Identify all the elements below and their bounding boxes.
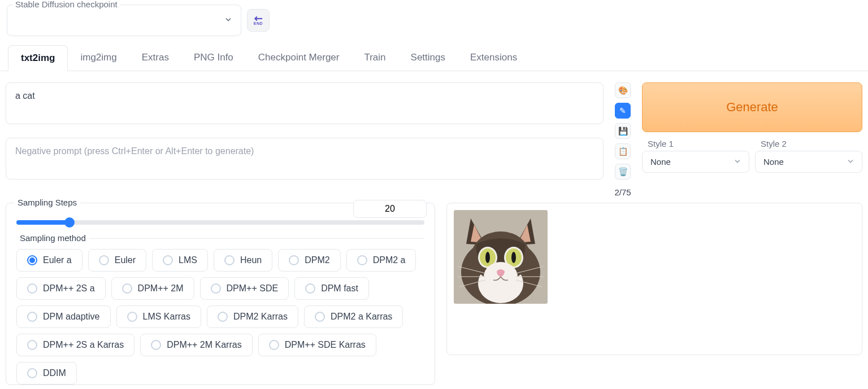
tab-checkpoint-merger[interactable]: Checkpoint Merger — [246, 45, 352, 71]
radio-icon — [357, 255, 367, 265]
negative-prompt-input[interactable] — [6, 138, 604, 180]
sampler-label: DPM++ 2M — [138, 283, 184, 294]
prompt-input[interactable] — [6, 82, 604, 124]
sampler-dpm-sde-karras[interactable]: DPM++ SDE Karras — [258, 334, 376, 356]
output-image[interactable] — [454, 210, 548, 304]
svg-point-15 — [511, 252, 516, 263]
chevron-down-icon — [224, 15, 233, 26]
style2-label: Style 2 — [761, 139, 862, 148]
sampling-steps-input[interactable] — [353, 200, 427, 218]
sampler-label: DPM2 — [305, 255, 329, 265]
checkpoint-label: Stable Diffusion checkpoint — [13, 0, 120, 9]
tab-bar: txt2imgimg2imgExtrasPNG InfoCheckpoint M… — [0, 45, 868, 71]
radio-icon — [315, 312, 325, 322]
chevron-down-icon — [846, 156, 855, 167]
style2-dropdown[interactable]: None — [755, 151, 862, 173]
radio-icon — [99, 255, 109, 265]
sampling-steps-slider[interactable] — [16, 220, 424, 225]
sampler-label: DPM2 Karras — [233, 312, 288, 322]
sampler-lms-karras[interactable]: LMS Karras — [116, 305, 201, 328]
checkpoint-dropdown[interactable]: Stable Diffusion checkpoint — [7, 5, 241, 36]
sampler-label: DPM adaptive — [43, 312, 100, 322]
radio-icon — [269, 340, 279, 350]
sampler-label: DPM2 a Karras — [331, 312, 392, 322]
radio-icon — [289, 255, 299, 265]
svg-point-14 — [485, 252, 490, 263]
token-counter: 2/75 — [614, 187, 631, 197]
sampler-dpm-2s-a-karras[interactable]: DPM++ 2S a Karras — [16, 334, 134, 356]
sampler-label: DPM++ 2M Karras — [167, 340, 241, 350]
tab-png-info[interactable]: PNG Info — [181, 45, 246, 71]
pencil-icon: ✎ — [619, 106, 626, 115]
sampler-label: Heun — [240, 255, 262, 265]
sampler-lms[interactable]: LMS — [152, 249, 208, 272]
trash-icon: 🗑️ — [618, 167, 628, 176]
sampler-dpm2-a[interactable]: DPM2 a — [346, 249, 416, 272]
sampler-heun[interactable]: Heun — [214, 249, 272, 272]
sampler-dpm-sde[interactable]: DPM++ SDE — [200, 277, 289, 300]
chevron-down-icon — [733, 156, 742, 167]
slider-thumb[interactable] — [64, 217, 75, 228]
sampler-dpm-2m-karras[interactable]: DPM++ 2M Karras — [140, 334, 252, 356]
tab-extras[interactable]: Extras — [129, 45, 181, 71]
palette-button[interactable]: 🎨 — [615, 82, 631, 98]
sampler-dpm-2m[interactable]: DPM++ 2M — [111, 277, 194, 300]
clipboard-icon: 📋 — [618, 147, 628, 156]
style1-label: Style 1 — [648, 139, 749, 148]
sampler-dpm-adaptive[interactable]: DPM adaptive — [16, 305, 111, 328]
output-gallery — [446, 203, 862, 355]
sampling-panel: Sampling Steps Sampling method Euler aEu… — [6, 203, 435, 385]
radio-icon — [122, 283, 132, 294]
sampler-label: LMS Karras — [143, 312, 190, 322]
reload-checkpoint-button[interactable]: END — [247, 9, 270, 32]
palette-icon: 🎨 — [618, 86, 628, 95]
sampler-label: Euler — [115, 255, 136, 265]
radio-icon — [151, 340, 161, 350]
radio-icon — [305, 283, 315, 294]
sampler-label: DPM fast — [321, 283, 358, 294]
sampling-steps-label: Sampling Steps — [14, 198, 80, 207]
radio-icon — [27, 255, 37, 265]
radio-icon — [27, 340, 37, 350]
radio-icon — [163, 255, 173, 265]
sampling-method-label: Sampling method — [16, 233, 89, 243]
sampler-euler[interactable]: Euler — [88, 249, 146, 272]
sampler-euler-a[interactable]: Euler a — [16, 249, 83, 272]
sampler-label: Euler a — [43, 255, 72, 265]
radio-icon — [27, 368, 37, 378]
save-button[interactable]: 💾 — [615, 123, 631, 139]
radio-icon — [127, 312, 137, 322]
generate-button[interactable]: Generate — [642, 82, 862, 132]
tab-settings[interactable]: Settings — [398, 45, 458, 71]
radio-icon — [218, 312, 228, 322]
sampler-ddim[interactable]: DDIM — [16, 362, 77, 384]
style1-dropdown[interactable]: None — [642, 151, 749, 173]
back-end-icon: END — [253, 16, 263, 25]
sampler-label: DPM++ 2S a Karras — [43, 340, 124, 350]
save-icon: 💾 — [618, 126, 628, 136]
interrogate-button[interactable]: ✎ — [615, 103, 631, 119]
sampler-dpm2-karras[interactable]: DPM2 Karras — [207, 305, 298, 328]
radio-icon — [27, 283, 37, 294]
sampler-label: DPM2 a — [373, 255, 406, 265]
sampler-dpm-2s-a[interactable]: DPM++ 2S a — [16, 277, 106, 300]
clipboard-button[interactable]: 📋 — [615, 143, 631, 159]
sampler-dpm2-a-karras[interactable]: DPM2 a Karras — [304, 305, 403, 328]
sampler-label: DPM++ SDE — [227, 283, 279, 294]
sampler-label: DPM++ 2S a — [43, 283, 95, 294]
sampler-label: DPM++ SDE Karras — [285, 340, 366, 350]
style2-value: None — [763, 157, 784, 167]
tab-img2img[interactable]: img2img — [68, 45, 129, 71]
radio-icon — [224, 255, 235, 265]
style1-value: None — [650, 157, 671, 167]
sampler-dpm-fast[interactable]: DPM fast — [294, 277, 369, 300]
radio-icon — [211, 283, 221, 294]
radio-icon — [27, 312, 37, 322]
sampler-label: DDIM — [43, 368, 66, 378]
sampler-label: LMS — [179, 255, 197, 265]
tab-txt2img[interactable]: txt2img — [8, 45, 68, 71]
sampler-dpm2[interactable]: DPM2 — [278, 249, 340, 272]
tab-extensions[interactable]: Extensions — [458, 45, 530, 71]
tab-train[interactable]: Train — [351, 45, 398, 71]
clear-button[interactable]: 🗑️ — [615, 164, 631, 180]
